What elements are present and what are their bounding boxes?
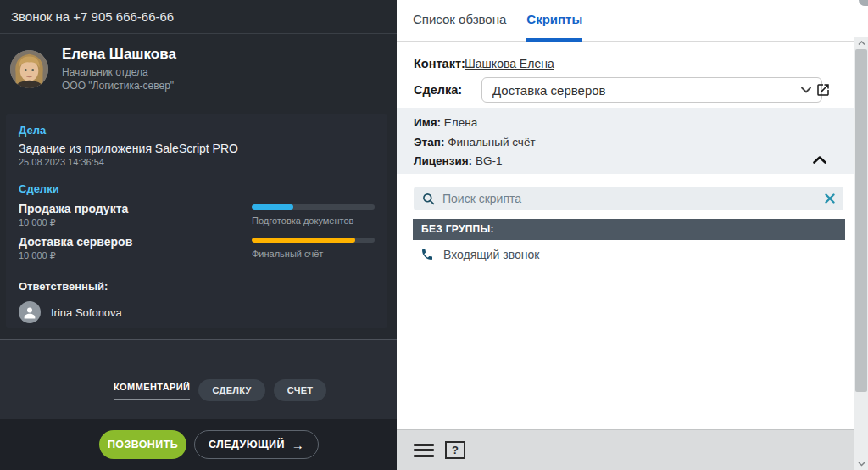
script-item-label: Входящий звонок [443,248,539,261]
info-stage-label: Этап: [414,136,444,148]
info-license-value: BG-1 [476,154,503,167]
next-button-label: СЛЕДУЮЩИЙ [209,439,285,450]
script-group-header: БЕЗ ГРУППЫ: [413,219,845,240]
contact-name: Елена Шашкова [62,46,176,63]
scripts-content: Контакт: Шашкова Елена Сделка: Доставка … [397,42,854,470]
responsible-user: Irina Sofonova [19,301,375,323]
hamburger-icon [414,444,434,446]
scroll-down-button[interactable] [854,458,868,470]
deal-stage-label: Подготовка документов [252,215,375,226]
responsible-label: Ответственный: [19,280,375,293]
deal-progress-fill [252,238,355,243]
info-stage-value: Финальный счёт [448,136,535,148]
deal-progress-bar [252,204,375,210]
deal-title: Доставка серверов [19,235,132,249]
add-deal-button[interactable]: СДЕЛКУ [198,379,264,401]
quick-actions-section: КОММЕНТАРИЙ СДЕЛКУ СЧЕТ [0,339,397,419]
responsible-name: Irina Sofonova [51,306,122,319]
add-comment-button[interactable]: КОММЕНТАРИЙ [114,382,190,400]
contact-avatar [10,50,48,88]
contact-details-card: Дела Задание из приложения SaleScript PR… [6,114,387,328]
open-deal-button[interactable] [815,82,831,98]
call-title: Звонок на +7 905 666-66-66 [11,9,174,24]
next-button[interactable]: СЛЕДУЮЩИЙ → [194,430,319,459]
deal-item[interactable]: Продажа продукта 10 000 ₽ Подготовка док… [19,202,375,228]
collapse-info-button[interactable] [813,154,826,166]
contact-avatar-image [10,50,48,88]
scroll-up-button[interactable] [854,37,868,49]
scripts-panel: Список обзвона Скрипты Контакт: Шашкова … [397,0,868,470]
chevron-down-icon [801,87,811,93]
tab-bar: Список обзвона Скрипты [397,0,868,42]
tasks-section-label: Дела [19,124,375,137]
deals-section-label: Сделки [19,182,375,195]
contact-field-row: Контакт: Шашкова Елена [414,57,554,70]
deal-field-label: Сделка: [414,83,465,97]
call-header: Звонок на +7 905 666-66-66 [0,0,397,34]
info-name-line: Имя: Елена [414,116,837,129]
close-icon [825,193,835,204]
responsible-avatar [19,301,41,323]
help-button[interactable]: ? [445,441,465,459]
tab-scripts[interactable]: Скрипты [526,12,582,42]
contact-company: ООО "Логистика-север" [62,79,176,92]
menu-button[interactable] [414,444,434,457]
deal-select-value: Доставка серверов [492,83,801,98]
info-license-label: Лицензия: [414,154,472,167]
add-invoice-button[interactable]: СЧЕТ [274,379,327,401]
scrollbar[interactable] [854,37,868,470]
info-name-label: Имя: [414,116,441,129]
call-button[interactable]: ПОЗВОНИТЬ [99,430,186,459]
scrollbar-thumb[interactable] [855,49,867,392]
task-datetime: 25.08.2023 14:36:54 [19,157,375,167]
deal-amount: 10 000 ₽ [19,250,132,261]
deal-info-box: Имя: Елена Этап: Финальный счёт Лицензия… [397,108,854,174]
deal-amount: 10 000 ₽ [19,217,128,228]
info-stage-line: Этап: Финальный счёт [414,136,837,148]
call-footer: ПОЗВОНИТЬ СЛЕДУЮЩИЙ → [0,419,397,470]
deal-select-dropdown[interactable]: Доставка серверов [481,77,822,103]
deal-progress-bar [252,238,375,243]
arrow-right-icon: → [292,438,304,452]
contact-field-label: Контакт: [414,57,465,70]
person-icon [22,305,37,320]
phone-icon [420,248,434,261]
script-item-incoming-call[interactable]: Входящий звонок [413,245,539,264]
script-search-bar [414,187,843,210]
search-icon [422,193,435,205]
info-license-line: Лицензия: BG-1 [414,154,837,167]
scroll-up-icon [858,41,865,46]
call-panel: Звонок на +7 905 666-66-66 Елена Шашкова… [0,0,397,470]
clear-search-button[interactable] [825,193,835,204]
deal-item[interactable]: Доставка серверов 10 000 ₽ Финальный счё… [19,235,375,261]
deal-title: Продажа продукта [19,202,128,215]
bottom-toolbar: ? [397,429,854,470]
contact-role: Начальник отдела [62,65,176,79]
info-name-value: Елена [444,116,477,129]
deal-progress-fill [252,204,293,210]
external-link-icon [815,82,831,98]
task-item[interactable]: Задание из приложения SaleScript PRO 25.… [19,142,375,167]
deal-stage-label: Финальный счёт [252,249,375,259]
contact-link[interactable]: Шашкова Елена [465,57,554,70]
script-search-input[interactable] [442,192,825,205]
scroll-down-icon [858,462,865,467]
task-title: Задание из приложения SaleScript PRO [19,142,375,155]
contact-profile: Елена Шашкова Начальник отдела ООО "Логи… [0,34,397,104]
tab-call-list[interactable]: Список обзвона [413,12,506,42]
chevron-up-icon [813,156,826,164]
